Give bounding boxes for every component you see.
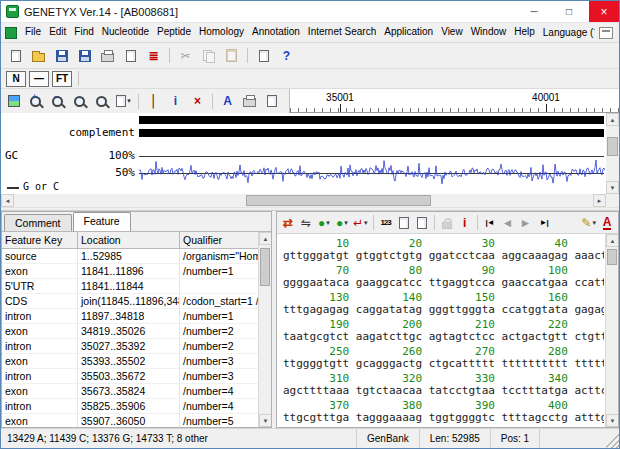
feature-row[interactable]: intron11897..34818/number=1 xyxy=(2,309,271,324)
feature-row[interactable]: exon34819..35026/number=2 xyxy=(2,324,271,339)
print-graph-button[interactable] xyxy=(239,91,260,111)
position-ruler[interactable]: 35001 40001 xyxy=(289,89,619,113)
font-button[interactable]: A xyxy=(217,91,238,111)
font-color-button[interactable]: A xyxy=(598,214,616,232)
print-button[interactable] xyxy=(97,46,118,66)
sequence-report-button[interactable] xyxy=(413,214,431,232)
resize-grip[interactable] xyxy=(606,429,619,448)
menu-nucleotide[interactable]: Nucleotide xyxy=(98,24,153,42)
menu-homology[interactable]: Homology xyxy=(195,24,248,42)
feature-row[interactable]: source1..52985/organism="Homo xyxy=(2,249,271,264)
save-button[interactable] xyxy=(51,46,72,66)
sequence-text-row[interactable]: gttgggatgt gtggtctgtg ggatcctcaa aggcaaa… xyxy=(283,250,604,262)
scrollbar-track[interactable] xyxy=(606,126,619,181)
zoom-horizontal-button[interactable]: ↔ xyxy=(69,91,90,111)
zoom-in-button[interactable]: + xyxy=(25,91,46,111)
feature-mode-button[interactable]: FT xyxy=(52,71,72,87)
menu-find[interactable]: Find xyxy=(70,24,97,42)
strand-direction-button[interactable]: ⇄ xyxy=(279,214,297,232)
scrollbar-thumb[interactable] xyxy=(246,195,431,206)
menu-window[interactable]: Window xyxy=(467,24,511,42)
dropdown-arrow-icon[interactable]: ▾ xyxy=(592,219,596,227)
minimize-button[interactable]: ─ xyxy=(519,1,549,22)
information-button[interactable]: i xyxy=(456,214,474,232)
scroll-up-icon[interactable]: ▲ xyxy=(606,113,619,126)
scroll-down-icon[interactable]: ▼ xyxy=(259,414,271,427)
goto-position-button[interactable]: 123 xyxy=(377,214,395,232)
scrollbar-track[interactable] xyxy=(14,194,593,207)
scroll-up-icon[interactable]: ▲ xyxy=(259,232,271,245)
feature-row[interactable]: intron35825..35906/number=4 xyxy=(2,399,271,414)
scroll-up-icon[interactable]: ▲ xyxy=(606,234,618,247)
sequence-list-button[interactable] xyxy=(395,214,413,232)
dropdown-arrow-icon[interactable]: ▾ xyxy=(364,219,368,227)
sequence-view[interactable]: 10 20 30 40gttgggatgt gtggtctgtg ggatcct… xyxy=(277,234,618,427)
dropdown-arrow-icon[interactable]: ▾ xyxy=(326,219,330,227)
forward-strand-bar[interactable] xyxy=(139,116,604,124)
menu-view[interactable]: View xyxy=(437,24,467,42)
menu-edit[interactable]: Edit xyxy=(45,24,70,42)
scrollbar-track[interactable] xyxy=(259,245,271,414)
scroll-down-icon[interactable]: ▼ xyxy=(606,181,619,194)
menu-application[interactable]: Application xyxy=(380,24,437,42)
menu-internet-search[interactable]: Internet Search xyxy=(304,24,380,42)
properties-button[interactable] xyxy=(253,46,274,66)
feature-row[interactable]: 5'UTR11841..11844 xyxy=(2,279,271,294)
menu-peptide[interactable]: Peptide xyxy=(153,24,195,42)
dropdown-arrow-icon[interactable]: ▾ xyxy=(127,97,131,105)
sequence-text-row[interactable]: ttgcgtttga tagggaaaag tggtggggtc ttttagc… xyxy=(283,412,604,424)
sequence-text-row[interactable]: taatgcgtct aagatcttgc agtagtctcc actgact… xyxy=(283,331,604,343)
menu-language[interactable]: Language (言語) xyxy=(539,24,595,42)
scrollbar-thumb[interactable] xyxy=(260,248,270,285)
double-strand-button[interactable]: ⇋ xyxy=(297,214,315,232)
scroll-right-icon[interactable]: ► xyxy=(593,194,606,207)
nucleotide-mode-button[interactable]: N xyxy=(6,71,26,87)
column-header-location[interactable]: Location xyxy=(78,232,180,249)
highlighter-button[interactable]: ✎▾ xyxy=(579,214,598,232)
maximize-button[interactable]: □ xyxy=(554,1,584,22)
sequence-text-row[interactable]: ggggaataca gaaggcatcc ttgaggtcca gaaccat… xyxy=(283,277,604,289)
column-header-feature-key[interactable]: Feature Key xyxy=(2,232,78,249)
add-comment-button[interactable]: i xyxy=(165,91,186,111)
sequence-text-row[interactable]: tttgagagag caggatatag gggttgggta ccatggt… xyxy=(283,304,604,316)
annotation-list-button[interactable]: ≣ xyxy=(143,46,164,66)
menu-help[interactable]: Help xyxy=(510,24,539,42)
sequence-text-row[interactable]: agcttttaaa tgtctaacaa tatcctgtaa tccttta… xyxy=(283,385,604,397)
menu-annotation[interactable]: Annotation xyxy=(248,24,304,42)
feature-row[interactable]: exon11841..11896/number=1 xyxy=(2,264,271,279)
marker-line-button[interactable]: │ xyxy=(143,91,164,111)
sequence-vertical-scrollbar[interactable]: ▲ ▼ xyxy=(605,234,618,427)
mdi-restore-button[interactable] xyxy=(599,27,613,39)
menu-file[interactable]: File xyxy=(21,24,45,42)
scale-select-button[interactable]: ▾ xyxy=(113,91,134,111)
feature-row[interactable]: intron35503..35672/number=3 xyxy=(2,369,271,384)
gap-mode-button[interactable]: — xyxy=(29,71,49,87)
feature-map-tracks[interactable]: complement GC 100% 50% G or C xyxy=(1,113,606,194)
jump-start-button[interactable]: |◄ xyxy=(481,214,499,232)
delete-item-button[interactable]: × xyxy=(187,91,208,111)
zoom-out-button[interactable]: − xyxy=(47,91,68,111)
jump-end-button[interactable]: ►| xyxy=(535,214,553,232)
close-button[interactable]: × xyxy=(589,1,619,22)
graph-vertical-scrollbar[interactable]: ▲ ▼ xyxy=(606,113,619,194)
tab-feature[interactable]: Feature xyxy=(73,212,131,231)
display-settings-button[interactable] xyxy=(3,91,24,111)
feature-row[interactable]: exon35673..35824/number=4 xyxy=(2,384,271,399)
feature-row[interactable]: exon35393..35502/number=3 xyxy=(2,354,271,369)
help-button[interactable]: ? xyxy=(276,46,297,66)
print-preview-button[interactable] xyxy=(261,91,282,111)
table-vertical-scrollbar[interactable]: ▲ ▼ xyxy=(258,232,271,427)
translation-mode-button[interactable]: ●▾ xyxy=(333,214,351,232)
scrollbar-track[interactable] xyxy=(606,247,618,414)
tab-comment[interactable]: Comment xyxy=(4,214,72,231)
scroll-down-icon[interactable]: ▼ xyxy=(606,414,618,427)
dropdown-arrow-icon[interactable]: ▾ xyxy=(344,219,348,227)
line-break-button[interactable]: ↵▾ xyxy=(351,214,370,232)
new-document-button[interactable] xyxy=(5,46,26,66)
feature-row[interactable]: intron35027..35392/number=2 xyxy=(2,339,271,354)
feature-row[interactable]: exon35907..36050/number=5 xyxy=(2,414,271,427)
save-as-button[interactable] xyxy=(74,46,95,66)
open-file-button[interactable] xyxy=(28,46,49,66)
zoom-reset-button[interactable] xyxy=(91,91,112,111)
export-document-button[interactable] xyxy=(120,46,141,66)
